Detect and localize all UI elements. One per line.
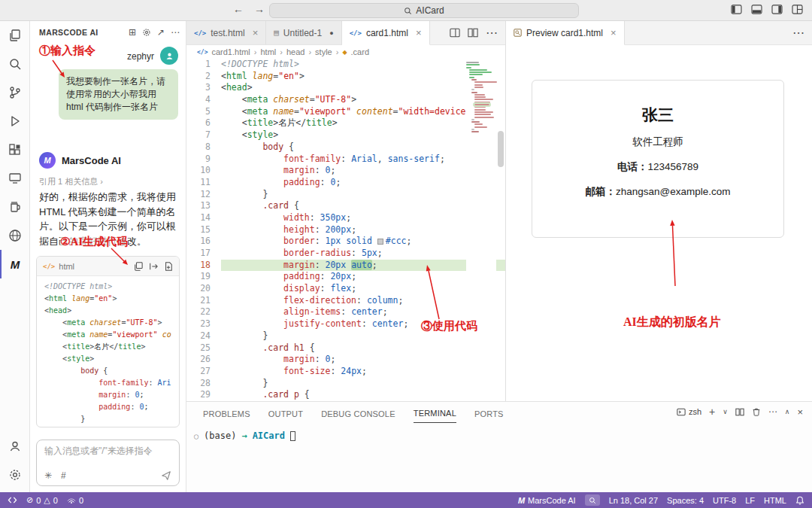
reference-link[interactable]: 引用 1 相关信息 › — [39, 176, 103, 187]
code-line[interactable]: 12 } — [186, 189, 505, 201]
more-actions-icon[interactable]: ⋯ — [768, 406, 777, 417]
nav-back-button[interactable]: ← — [233, 3, 244, 15]
code-line[interactable]: 22 align-items: center; — [186, 306, 505, 318]
code-line[interactable]: 18 margin: 20px auto; — [186, 260, 505, 272]
remote-indicator-icon[interactable] — [8, 496, 17, 504]
problems-status[interactable]: ⊘ 0 △ 0 — [26, 495, 58, 505]
terminal-dropdown-icon[interactable]: ∨ — [723, 408, 728, 415]
tab-problems[interactable]: PROBLEMS — [203, 404, 250, 423]
chat-input-box[interactable]: ✳ # — [36, 440, 180, 486]
search-icon[interactable] — [0, 50, 30, 78]
browser-preview-icon[interactable] — [0, 221, 30, 250]
code-line[interactable]: 13 .card { — [186, 200, 505, 212]
code-line[interactable]: 25 .card h1 { — [186, 342, 505, 354]
packages-icon[interactable] — [0, 193, 30, 221]
code-line[interactable]: 10 margin: 0; — [186, 165, 505, 177]
context-hash-icon[interactable]: # — [61, 470, 66, 481]
maximize-panel-icon[interactable]: ∧ — [785, 408, 790, 415]
chat-settings-icon[interactable] — [142, 28, 151, 37]
terminal-shell-selector[interactable]: zsh — [677, 407, 701, 416]
new-file-from-code-icon[interactable] — [164, 262, 173, 271]
breadcrumb-file[interactable]: card1.html — [211, 47, 250, 56]
code-line[interactable]: 7 <style> — [186, 129, 505, 141]
code-line[interactable]: 29 .card p { — [186, 389, 505, 401]
toggle-secondary-sidebar-icon[interactable] — [771, 5, 783, 14]
tab-debug-console[interactable]: DEBUG CONSOLE — [321, 404, 395, 423]
code-line[interactable]: 20 display: flex; — [186, 283, 505, 295]
command-palette-icon[interactable]: ✳ — [44, 470, 52, 481]
insert-code-icon[interactable] — [149, 262, 158, 271]
split-editor-icon[interactable] — [468, 28, 478, 38]
code-line[interactable]: 19 padding: 20px; — [186, 271, 505, 283]
close-tab-icon[interactable]: × — [611, 27, 617, 38]
code-line[interactable]: 3<head> — [186, 82, 505, 94]
more-actions-icon[interactable]: ⋯ — [486, 26, 498, 40]
marscode-panel-icon[interactable]: M — [0, 250, 30, 278]
open-preview-icon[interactable] — [450, 28, 460, 38]
code-line[interactable]: 5 <meta name="viewport" content="width=d… — [186, 106, 505, 118]
breadcrumb-head[interactable]: head — [286, 47, 304, 56]
tab-untitled-1[interactable]: ▤ Untitled-1 ● — [266, 21, 341, 44]
minimap[interactable] — [466, 60, 496, 391]
breadcrumb-style[interactable]: style — [315, 47, 332, 56]
marscode-status-item[interactable]: M MarsCode AI — [518, 496, 576, 505]
tab-ports[interactable]: PORTS — [474, 404, 504, 423]
code-line[interactable]: 28 } — [186, 378, 505, 390]
tab-card1-html[interactable]: </> card1.html × — [342, 21, 430, 45]
breadcrumb-html[interactable]: html — [260, 47, 276, 56]
code-line[interactable]: 17 border-radius: 5px; — [186, 248, 505, 260]
breadcrumb-card-rule[interactable]: .card — [351, 47, 369, 56]
notifications-bell-icon[interactable] — [795, 496, 804, 505]
code-line[interactable]: 2<html lang="en"> — [186, 71, 505, 83]
account-icon[interactable] — [0, 432, 30, 461]
breadcrumb[interactable]: </> card1.html › html › head › style › ◆… — [186, 45, 505, 59]
new-terminal-icon[interactable]: + — [709, 406, 715, 418]
code-line[interactable]: 21 flex-direction: column; — [186, 295, 505, 307]
split-terminal-icon[interactable] — [735, 408, 744, 416]
ports-status[interactable]: 0 — [67, 496, 83, 505]
close-panel-icon[interactable]: × — [797, 406, 803, 418]
encoding[interactable]: UTF-8 — [713, 496, 736, 505]
kill-terminal-icon[interactable] — [752, 407, 761, 416]
nav-forward-button[interactable]: → — [254, 3, 265, 15]
chat-input[interactable] — [44, 446, 171, 456]
toggle-panel-icon[interactable] — [751, 5, 762, 14]
code-line[interactable]: 15 height: 200px; — [186, 224, 505, 236]
run-debug-icon[interactable] — [0, 107, 30, 135]
code-line[interactable]: 1<!DOCTYPE html> — [186, 59, 505, 71]
tab-preview-card1[interactable]: Preview card1.html × — [506, 21, 625, 45]
tab-test-html[interactable]: </> test.html × — [186, 21, 266, 44]
terminal-prompt-line[interactable]: ○ (base) → AICard — [194, 430, 295, 441]
eol-sequence[interactable]: LF — [745, 496, 755, 505]
code-line[interactable]: 26 margin: 0; — [186, 354, 505, 366]
settings-gear-icon[interactable] — [0, 461, 30, 489]
language-mode[interactable]: HTML — [764, 496, 786, 505]
code-line[interactable]: 11 padding: 0; — [186, 177, 505, 189]
layout-icon[interactable] — [792, 5, 803, 14]
editor-scrollbar[interactable] — [498, 131, 504, 167]
code-line[interactable]: 16 border: 1px solid #ccc; — [186, 236, 505, 248]
send-message-icon[interactable] — [161, 470, 171, 481]
tab-terminal[interactable]: TERMINAL — [414, 403, 456, 423]
code-line[interactable]: 14 width: 350px; — [186, 212, 505, 224]
code-line[interactable]: 27 font-size: 24px; — [186, 366, 505, 378]
close-tab-icon[interactable]: × — [253, 27, 259, 38]
new-chat-icon[interactable]: ⊞ — [129, 27, 136, 38]
code-line[interactable]: 6 <title>名片</title> — [186, 117, 505, 129]
code-editor[interactable]: 1<!DOCTYPE html>2<html lang="en">3<head>… — [186, 59, 505, 401]
source-control-icon[interactable] — [0, 78, 30, 107]
explorer-icon[interactable] — [0, 21, 30, 50]
search-status-icon[interactable] — [585, 494, 600, 506]
code-line[interactable]: 8 body { — [186, 141, 505, 154]
toggle-sidebar-icon[interactable] — [731, 5, 742, 14]
indentation[interactable]: Spaces: 4 — [667, 496, 704, 505]
modified-dot-icon[interactable]: ● — [329, 29, 333, 37]
more-actions-icon[interactable]: ⋯ — [171, 27, 180, 38]
code-line[interactable]: 4 <meta charset="UTF-8"> — [186, 94, 505, 106]
more-actions-icon[interactable]: ⋯ — [792, 26, 804, 40]
share-icon[interactable]: ↗ — [157, 27, 165, 38]
extensions-icon[interactable] — [0, 135, 30, 164]
command-center[interactable]: AICard — [269, 3, 579, 18]
tab-output[interactable]: OUTPUT — [268, 404, 303, 423]
code-line[interactable]: 9 font-family: Arial, sans-serif; — [186, 154, 505, 166]
